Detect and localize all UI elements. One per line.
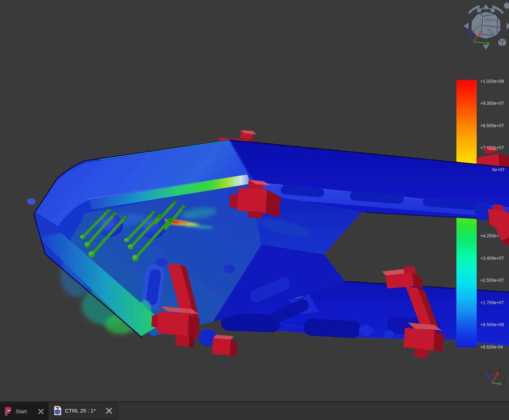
legend-label: +4.250e+ bbox=[480, 233, 499, 238]
axis-x-label: x bbox=[499, 368, 501, 372]
cube-down-arrow-icon[interactable] bbox=[482, 44, 490, 50]
legend-label: +3.400e+07 bbox=[480, 256, 504, 261]
tab-start-label: Start bbox=[16, 408, 27, 414]
legend-label: +1.020e+08 bbox=[480, 79, 504, 84]
legend-label: +6.820e-04 bbox=[480, 345, 503, 350]
legend-label: +8.500e+06 bbox=[480, 322, 504, 327]
iso-view-cube-icon[interactable] bbox=[498, 38, 507, 47]
cube-up-arrow-icon[interactable] bbox=[482, 4, 490, 10]
legend-label: +8.500e+07 bbox=[480, 123, 504, 128]
tab-start-close-icon[interactable] bbox=[37, 408, 44, 415]
tab-start[interactable]: Start bbox=[0, 403, 49, 420]
constraint-block-bottom-small bbox=[199, 329, 237, 357]
legend-label-fragment: 0e+07 bbox=[492, 167, 504, 172]
freecad-logo-icon bbox=[4, 407, 12, 416]
legend-label: +1.700e+07 bbox=[480, 300, 504, 305]
fea-scene: +1.020e+08 +9.350e+07 +8.500e+07 +7.650e… bbox=[0, 0, 509, 401]
axis-triad: z x y bbox=[486, 368, 505, 386]
legend-label: +2.550e+07 bbox=[480, 278, 504, 283]
axis-y-label: y bbox=[503, 379, 505, 383]
fem-document-icon bbox=[54, 406, 61, 415]
3d-viewport[interactable]: +1.020e+08 +9.350e+07 +8.500e+07 +7.650e… bbox=[0, 0, 509, 401]
cube-top-right-button[interactable] bbox=[504, 3, 509, 9]
legend-label: +9.350e+07 bbox=[480, 101, 504, 106]
axis-z-label: z bbox=[488, 369, 490, 373]
tab-document-label: CTRL 25 : 1* bbox=[65, 408, 96, 414]
cube-right-arrow-icon[interactable] bbox=[506, 22, 509, 30]
navigation-cube[interactable]: AVANT DROITE BAS bbox=[463, 3, 509, 50]
tab-document-ctrl-25[interactable]: CTRL 25 : 1* bbox=[50, 403, 117, 419]
tab-document-close-icon[interactable] bbox=[105, 407, 113, 415]
document-tab-bar: Start CTRL 25 : 1* bbox=[0, 401, 509, 420]
